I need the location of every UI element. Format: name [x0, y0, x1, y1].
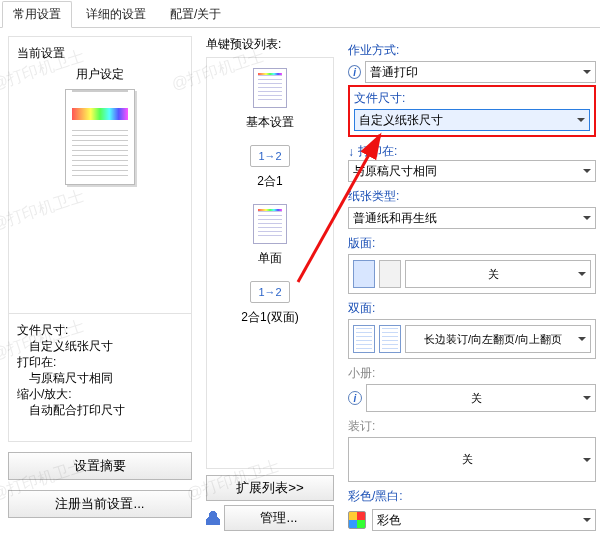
info-icon[interactable]: i: [348, 65, 361, 79]
job-type-label: 作业方式:: [348, 42, 596, 59]
staple-label: 装订:: [348, 418, 596, 435]
layout-thumb-on-icon: [353, 260, 375, 288]
preset-2in1[interactable]: 1→2 2合1: [211, 145, 329, 190]
manage-button[interactable]: 管理...: [224, 505, 334, 531]
preset-basic[interactable]: 基本设置: [211, 68, 329, 131]
info-docsize-label: 文件尺寸:: [17, 322, 183, 338]
preset-oneside-label: 单面: [258, 250, 282, 267]
tab-about[interactable]: 配置/关于: [160, 2, 231, 27]
duplex-label: 双面:: [348, 300, 596, 317]
duplex-value: 长边装订/向左翻页/向上翻页: [424, 332, 562, 347]
info-docsize-value: 自定义纸张尺寸: [17, 338, 183, 354]
layout-value: 关: [488, 267, 499, 282]
booklet-select[interactable]: 关: [366, 384, 596, 412]
job-type-select[interactable]: 普通打印: [365, 61, 596, 83]
preset-2in1-duplex-label: 2合1(双面): [241, 309, 298, 326]
settings-summary-button[interactable]: 设置摘要: [8, 452, 192, 480]
layout-control[interactable]: 关: [348, 254, 596, 294]
user-icon: [206, 511, 220, 525]
tab-detail[interactable]: 详细的设置: [76, 2, 156, 27]
doc-size-value: 自定义纸张尺寸: [359, 112, 443, 129]
doc-size-label: 文件尺寸:: [354, 90, 590, 107]
doc-icon: [253, 68, 287, 108]
paper-type-label: 纸张类型:: [348, 188, 596, 205]
info-printon-value: 与原稿尺寸相同: [17, 370, 183, 386]
register-settings-button[interactable]: 注册当前设置...: [8, 490, 192, 518]
color-label: 彩色/黑白:: [348, 488, 596, 505]
duplex-control[interactable]: 长边装订/向左翻页/向上翻页: [348, 319, 596, 359]
info-icon[interactable]: i: [348, 391, 362, 405]
booklet-value: 关: [471, 391, 482, 406]
paper-type-value: 普通纸和再生纸: [353, 210, 437, 227]
print-on-value: 与原稿尺寸相同: [353, 163, 437, 180]
current-settings-title: 当前设置: [17, 45, 183, 62]
paper-type-select[interactable]: 普通纸和再生纸: [348, 207, 596, 229]
color-swatch-icon: [348, 511, 366, 529]
color-value: 彩色: [377, 512, 401, 529]
print-on-select[interactable]: 与原稿尺寸相同: [348, 160, 596, 182]
page-preview: [65, 89, 135, 185]
layout-label: 版面:: [348, 235, 596, 252]
layout-thumb-off-icon: [379, 260, 401, 288]
info-zoom-value: 自动配合打印尺寸: [17, 402, 183, 418]
duplex-select[interactable]: 长边装订/向左翻页/向上翻页: [405, 325, 591, 353]
doc-icon: [253, 204, 287, 244]
layout-select[interactable]: 关: [405, 260, 591, 288]
preset-list-title: 单键预设列表:: [206, 36, 334, 53]
doc-size-highlight: 文件尺寸: 自定义纸张尺寸: [348, 85, 596, 137]
preset-basic-label: 基本设置: [246, 114, 294, 131]
current-settings-subtitle: 用户设定: [17, 66, 183, 83]
color-select[interactable]: 彩色: [372, 509, 596, 531]
preset-2in1-label: 2合1: [257, 173, 282, 190]
staple-value: 关: [462, 452, 473, 467]
tabbar: 常用设置 详细的设置 配置/关于: [0, 0, 600, 28]
print-on-label: 打印在:: [358, 143, 397, 160]
staple-select[interactable]: 关: [348, 437, 596, 482]
current-settings-info: 文件尺寸: 自定义纸张尺寸 打印在: 与原稿尺寸相同 缩小/放大: 自动配合打印…: [8, 314, 192, 442]
preset-oneside[interactable]: 单面: [211, 204, 329, 267]
info-zoom-label: 缩小/放大:: [17, 386, 183, 402]
duplex-icon: [353, 325, 375, 353]
info-printon-label: 打印在:: [17, 354, 183, 370]
expand-list-button[interactable]: 扩展列表>>: [206, 475, 334, 501]
job-type-value: 普通打印: [370, 64, 418, 81]
preset-2in1-duplex[interactable]: 1→2 2合1(双面): [211, 281, 329, 326]
merge-icon: 1→2: [250, 281, 290, 303]
doc-size-select[interactable]: 自定义纸张尺寸: [354, 109, 590, 131]
merge-icon: 1→2: [250, 145, 290, 167]
tab-common[interactable]: 常用设置: [2, 1, 72, 28]
preset-list: 基本设置 1→2 2合1 单面 1→2 2合1(双面): [206, 57, 334, 469]
current-settings-panel: 当前设置 用户设定: [8, 36, 192, 314]
booklet-label: 小册:: [348, 365, 596, 382]
duplex-icon: [379, 325, 401, 353]
